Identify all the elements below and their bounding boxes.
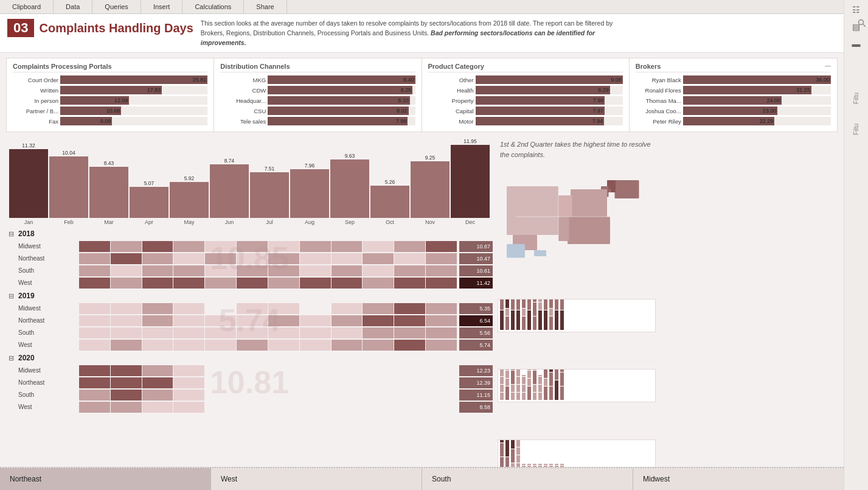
heatmap-cell <box>111 365 142 376</box>
metric-product: Product Category Other9.08Health8.29Prop… <box>422 58 630 131</box>
heatmap-cell <box>173 253 204 264</box>
heatmap-cell <box>426 377 457 388</box>
heatmap-cell <box>332 241 363 252</box>
toolbar-data[interactable]: Data <box>54 0 92 13</box>
heatmap-cell <box>300 315 331 326</box>
heatmap-cell <box>394 265 425 276</box>
search-icon[interactable] <box>857 18 867 29</box>
filter-label-1[interactable]: Filtu <box>853 93 859 104</box>
region-value-bar: 12.23 <box>459 365 493 376</box>
page-header: 03 Complaints Handling Days This section… <box>0 14 868 53</box>
heatmap-cell <box>268 241 299 252</box>
region-label: Midwest <box>6 305 79 312</box>
collapse-button[interactable]: ⊟ <box>9 354 16 362</box>
heatmap-cell <box>142 402 173 413</box>
heatmap-cell <box>426 265 457 276</box>
heatmap-cell <box>363 303 394 314</box>
footer-west[interactable]: West <box>211 468 422 490</box>
heatmap-cell <box>237 303 268 314</box>
bar-col: 9.25Nov <box>411 155 450 225</box>
heatmap-cell <box>237 315 268 326</box>
region-row: Northeast6.54 <box>6 315 493 326</box>
metric-distribution: Distribution Channels MKG8.40CDW8.25Head… <box>214 58 422 131</box>
heatmap-cell <box>205 315 236 326</box>
heatmap-cell <box>332 365 363 376</box>
heatmap-cell <box>300 303 331 314</box>
toolbar-calculations[interactable]: Calculations <box>182 0 244 13</box>
heatmap-cell <box>394 390 425 401</box>
heatmap-cell <box>142 327 173 338</box>
metric-bar-row: Tele sales7.98 <box>220 117 415 125</box>
page-title: Complaints Handling Days <box>39 21 193 35</box>
sidebar-pages-icon[interactable]: ☷ <box>852 5 860 15</box>
collapse-button[interactable]: ⊟ <box>9 230 16 238</box>
metric-bar-row: Capital7.97 <box>428 107 623 115</box>
mini-charts-section <box>498 281 656 490</box>
heatmap-cell <box>205 265 236 276</box>
heatmap-cell <box>173 265 204 276</box>
footer-midwest[interactable]: Midwest <box>633 468 844 490</box>
metric-bar-row: In person12.09 <box>13 96 207 105</box>
heatmap-cell <box>237 377 268 388</box>
toolbar-insert[interactable]: Insert <box>141 0 183 13</box>
metric-bar-row: Ryan Black36.00 <box>636 75 831 84</box>
collapse-button[interactable]: ⊟ <box>9 292 16 300</box>
heatmap-cell <box>173 315 204 326</box>
metric-bar-row: MKG8.40 <box>220 75 415 84</box>
heatmap-cell <box>237 340 268 351</box>
svg-rect-1 <box>615 180 639 198</box>
footer-south[interactable]: South <box>422 468 633 490</box>
region-row: Northeast10.47 <box>6 253 493 264</box>
heatmap-cell <box>142 377 173 388</box>
heatmap-cell <box>426 303 457 314</box>
region-label: South <box>6 391 79 398</box>
heatmap-cell <box>363 315 394 326</box>
bar-col: 5.26Oct <box>370 179 409 225</box>
region-label: South <box>6 329 79 336</box>
metric-bar-row: Partner / B...10.68 <box>13 107 207 115</box>
toolbar-queries[interactable]: Queries <box>92 0 141 13</box>
toolbar-share[interactable]: Share <box>244 0 286 13</box>
heatmap-cell <box>394 315 425 326</box>
heatmap-cell <box>173 365 204 376</box>
heatmap-cell <box>79 340 110 351</box>
region-value-bar: 5.35 <box>459 303 493 314</box>
heatmap-cell <box>79 265 110 276</box>
heatmap-cell <box>237 327 268 338</box>
heatmap-cell <box>79 377 110 388</box>
heatmap-cell <box>268 377 299 388</box>
region-row: Northeast12.39 <box>6 377 493 388</box>
heatmap-cell <box>394 303 425 314</box>
filter-label-2[interactable]: Filtu <box>853 124 859 135</box>
bar-col: 9.63Sep <box>330 153 369 226</box>
sidebar-layers-icon[interactable]: ▬ <box>852 39 861 49</box>
heatmap-cell <box>205 390 236 401</box>
region-label: Midwest <box>6 243 79 250</box>
region-label: Midwest <box>6 367 79 374</box>
heatmap-cell <box>268 265 299 276</box>
heatmap-cell <box>79 315 110 326</box>
svg-rect-7 <box>558 217 569 241</box>
footer-northeast[interactable]: Northeast <box>0 468 211 490</box>
heatmap-cell <box>394 241 425 252</box>
footer: Northeast West South Midwest <box>0 467 844 490</box>
svg-rect-5 <box>558 195 572 217</box>
bar-col: 8.74Jun <box>210 158 249 225</box>
heatmap-cell <box>237 402 268 413</box>
heatmap-cell <box>394 402 425 413</box>
svg-rect-6 <box>568 217 610 244</box>
metric-bar-row: Headquar...8.10 <box>220 96 415 105</box>
bar-col: 7.96Aug <box>290 163 329 225</box>
toolbar: Clipboard Data Queries Insert Calculatio… <box>0 0 868 14</box>
region-label: West <box>6 341 79 348</box>
toolbar-clipboard[interactable]: Clipboard <box>0 0 54 13</box>
heatmap-cell <box>363 327 394 338</box>
heatmap-cell <box>300 253 331 264</box>
page-description: This section looks at the average number… <box>201 19 614 47</box>
heatmap-cell <box>332 402 363 413</box>
heatmap-cell <box>363 390 394 401</box>
heatmap-cell <box>205 340 236 351</box>
heatmap-cell <box>268 315 299 326</box>
metric-bar-row: Motor7.94 <box>428 117 623 125</box>
heatmap-cell <box>394 327 425 338</box>
